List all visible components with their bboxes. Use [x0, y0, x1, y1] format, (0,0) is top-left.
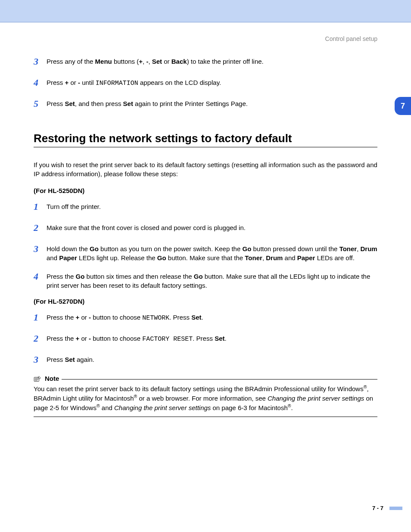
subhead-5250: (For HL-5250DN)	[34, 187, 377, 194]
note-body: You can reset the print server back to i…	[34, 384, 377, 412]
step-number: 3	[34, 243, 47, 262]
step-number: 2	[34, 332, 47, 345]
step-text: Hold down the Go button as you turn on t…	[47, 243, 377, 262]
step-number: 2	[34, 221, 47, 235]
step-text: Make sure that the front cover is closed…	[47, 221, 246, 235]
page-number: 7 - 7	[372, 505, 389, 511]
step-number: 5	[34, 97, 47, 111]
page-footer: 7 - 7	[0, 504, 411, 511]
step-text: Press any of the Menu buttons (+, -, Set…	[47, 55, 264, 68]
note-box: Note You can reset the print server back…	[34, 375, 377, 417]
step-text: Press Set again.	[47, 353, 94, 367]
step-number: 3	[34, 55, 47, 68]
step-item: 3Press Set again.	[34, 353, 377, 367]
step-number: 4	[34, 270, 47, 290]
step-item: 1Turn off the printer.	[34, 200, 377, 214]
step-text: Press the + or - button to choose NETWOR…	[47, 311, 203, 324]
step-item: 4Press the Go button six times and then …	[34, 270, 377, 290]
step-number: 1	[34, 311, 47, 324]
top-bar	[0, 0, 411, 22]
step-item: 2Make sure that the front cover is close…	[34, 221, 377, 235]
note-rule	[62, 379, 377, 380]
note-label: Note	[45, 375, 59, 382]
step-text: Press Set, and then press Set again to p…	[47, 97, 248, 111]
steps-5250: 1Turn off the printer.2Make sure that th…	[34, 200, 377, 290]
top-steps: 3Press any of the Menu buttons (+, -, Se…	[34, 55, 377, 110]
step-item: 3Hold down the Go button as you turn on …	[34, 243, 377, 262]
step-number: 4	[34, 76, 47, 90]
footer-accent	[389, 507, 402, 510]
header-breadcrumb: Control panel setup	[0, 22, 411, 42]
step-item: 1Press the + or - button to choose NETWO…	[34, 311, 377, 324]
step-item: 3Press any of the Menu buttons (+, -, Se…	[34, 55, 377, 68]
subhead-5270: (For HL-5270DN)	[34, 298, 377, 305]
step-item: 5Press Set, and then press Set again to …	[34, 97, 377, 111]
steps-5270: 1Press the + or - button to choose NETWO…	[34, 311, 377, 366]
step-text: Press + or - until INFORMATION appears o…	[47, 76, 221, 90]
step-number: 3	[34, 353, 47, 367]
note-icon	[34, 375, 42, 382]
step-text: Press the Go button six times and then r…	[47, 270, 377, 290]
step-text: Turn off the printer.	[47, 200, 101, 214]
chapter-tab: 7	[395, 97, 411, 115]
step-number: 1	[34, 200, 47, 214]
step-item: 2Press the + or - button to choose FACTO…	[34, 332, 377, 345]
step-item: 4Press + or - until INFORMATION appears …	[34, 76, 377, 90]
section-heading: Restoring the network settings to factor…	[34, 132, 377, 147]
intro-paragraph: If you wish to reset the print server ba…	[34, 160, 377, 178]
step-text: Press the + or - button to choose FACTOR…	[47, 332, 227, 345]
page-content: 3Press any of the Menu buttons (+, -, Se…	[0, 42, 411, 417]
